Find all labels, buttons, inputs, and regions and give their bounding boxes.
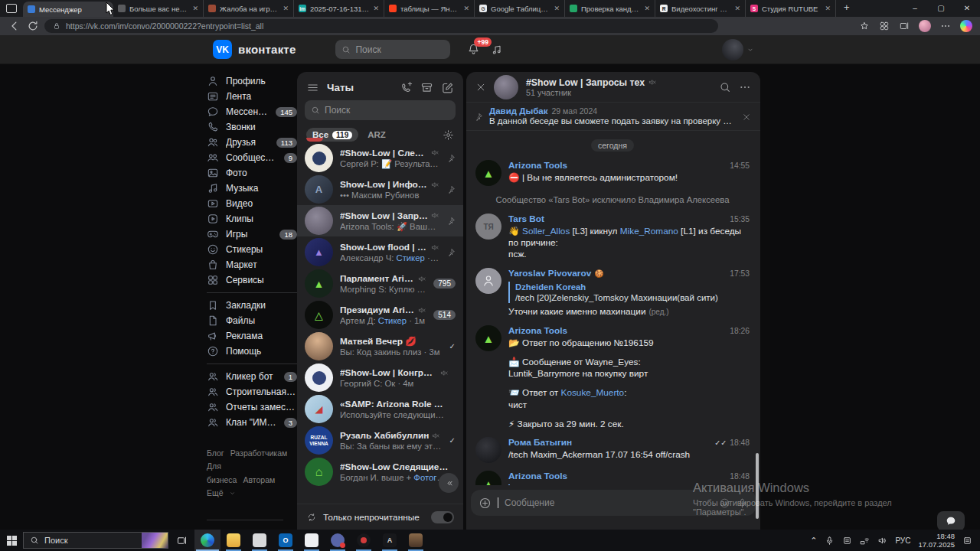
tray-mic-icon[interactable] xyxy=(825,536,835,546)
browser-tab[interactable]: таблицы — Яндекс на✕ xyxy=(384,0,475,17)
gear-icon[interactable] xyxy=(443,129,454,141)
taskbar-app-arizona[interactable]: A xyxy=(377,530,403,551)
chat-row[interactable]: Матвей Вечер 💋 Вы: Код закинь плиз · 3м … xyxy=(297,331,463,362)
sender-avatar[interactable]: ТЯ xyxy=(475,214,501,240)
browser-tab[interactable]: Жалоба на игрока Ma✕ xyxy=(204,0,294,17)
menu-burger-icon[interactable] xyxy=(306,81,319,94)
taskbar-app-recorder[interactable] xyxy=(351,530,377,551)
sidebar-item-feed[interactable]: Лента xyxy=(207,89,297,104)
sender-avatar[interactable] xyxy=(475,437,501,463)
search-in-chat-icon[interactable] xyxy=(719,81,731,93)
link-business[interactable]: Для бизнеса xyxy=(207,461,237,484)
filter-arz[interactable]: ARZ xyxy=(368,130,386,139)
chat-row[interactable]: ▲ Парламент Arizona Tools Morphing S: Ку… xyxy=(297,268,463,299)
start-button[interactable] xyxy=(0,536,23,546)
sidebar-item-music[interactable]: Музыка xyxy=(207,181,297,196)
sidebar-toggle-icon[interactable] xyxy=(899,21,910,31)
close-conversation-icon[interactable] xyxy=(475,82,486,93)
sidebar-item-messenger[interactable]: Мессенджер145 xyxy=(207,104,297,119)
tab-close-icon[interactable]: ✕ xyxy=(734,5,740,12)
support-chat-widget-button[interactable] xyxy=(937,511,965,531)
sidebar-item-communities[interactable]: Сообщества9 xyxy=(207,150,297,165)
more-options-icon[interactable] xyxy=(739,81,751,93)
sender-avatar[interactable]: ▲ xyxy=(475,325,501,351)
url-field[interactable]: https://vk.com/im/convo/2000000222?entry… xyxy=(44,19,718,33)
browser-account-icon[interactable] xyxy=(960,20,972,32)
browser-menu-icon[interactable] xyxy=(940,21,951,31)
archive-icon[interactable] xyxy=(420,81,433,94)
taskbar-app-discord[interactable] xyxy=(325,530,351,551)
extension-icon[interactable] xyxy=(879,21,890,31)
browser-tab[interactable]: Проверка кандидатов✕ xyxy=(565,0,655,17)
sidebar-chat-construction[interactable]: Строительная Ко... xyxy=(207,384,297,399)
link-more[interactable]: Ещё xyxy=(207,488,223,497)
vk-brand[interactable]: вконтакте xyxy=(238,43,296,56)
mention-link[interactable]: Kosuke_Muerto xyxy=(561,387,625,398)
sidebar-item-clips[interactable]: Клипы xyxy=(207,211,297,227)
link-authors[interactable]: Авторам xyxy=(243,475,275,484)
sidebar-item-calls[interactable]: Звонки xyxy=(207,119,297,135)
chat-row[interactable]: ◢ «SAMP: Arizona Role Play» — онла… Испо… xyxy=(297,393,463,425)
browser-tab-active[interactable]: Мессенджер xyxy=(23,2,113,17)
taskbar-app-edge[interactable] xyxy=(194,530,220,551)
task-view-button[interactable] xyxy=(168,530,194,551)
back-icon[interactable] xyxy=(8,19,21,33)
tab-close-icon[interactable]: ✕ xyxy=(373,5,379,12)
chat-row[interactable]: #Show-Low | Конгресс Георгий С: Ок · 4м xyxy=(297,362,463,393)
clock[interactable]: 18:4817.07.2025 xyxy=(918,532,955,549)
window-minimize-button[interactable]: – xyxy=(902,0,928,17)
tab-close-icon[interactable]: ✕ xyxy=(554,5,560,12)
sidebar-item-video[interactable]: Видео xyxy=(207,196,297,211)
tab-search-icon[interactable] xyxy=(6,4,17,13)
tab-close-icon[interactable]: ✕ xyxy=(192,5,198,12)
unread-only-switch[interactable] xyxy=(431,511,454,523)
sidebar-item-games[interactable]: Игры18 xyxy=(207,227,297,242)
sidebar-item-photos[interactable]: Фото xyxy=(207,165,297,181)
browser-tab[interactable]: GGoogle Таблицы онла✕ xyxy=(475,0,565,17)
reply-quote[interactable]: Dzheiden Koreah /tech [20]Zelenskiy_Toms… xyxy=(508,282,750,303)
link-developers[interactable]: Разработчикам xyxy=(230,448,288,458)
taskbar-app-game[interactable] xyxy=(403,530,429,551)
account-menu[interactable] xyxy=(722,39,754,60)
sidebar-chat-reports[interactable]: Отчеты заместите... xyxy=(207,399,297,415)
chat-row[interactable]: RUZALVIENNA Рузаль Хабибуллин Вы: За бан… xyxy=(297,425,463,456)
volume-icon[interactable] xyxy=(877,536,887,546)
sender-name[interactable]: Arizona Tools xyxy=(508,160,567,171)
chat-row[interactable]: △ Президиум Arizona Tools Артем Д: Стике… xyxy=(297,299,463,331)
sidebar-item-friends[interactable]: Друзья113 xyxy=(207,135,297,150)
new-tab-button[interactable]: + xyxy=(836,0,858,17)
new-call-icon[interactable] xyxy=(400,81,413,94)
sidebar-item-market[interactable]: Маркет xyxy=(207,257,297,272)
sidebar-item-ads[interactable]: Реклама xyxy=(207,328,297,344)
conversation-title[interactable]: #Show Low | Запросы тех xyxy=(526,77,645,88)
browser-tab[interactable]: im2025-07-16-131455 ho✕ xyxy=(294,0,384,17)
message-input[interactable]: Сообщение xyxy=(471,490,756,516)
chat-row[interactable]: #Show-Low | Следящие за гос… Сергей Р: 📝… xyxy=(297,142,463,174)
window-maximize-button[interactable]: ▢ xyxy=(928,0,954,17)
reply-quote[interactable]: Рома Батыгин /tech Maxim_Ackerman 17.07 … xyxy=(508,484,750,485)
sender-avatar[interactable] xyxy=(475,268,501,294)
sidebar-chat-clicker-bot[interactable]: Кликер бот1 xyxy=(207,369,297,384)
sidebar-item-stickers[interactable]: Стикеры xyxy=(207,242,297,257)
collapse-chat-list-button[interactable] xyxy=(439,473,459,493)
chat-search-input[interactable]: Поиск xyxy=(305,100,456,120)
sender-name[interactable]: Arizona Tools xyxy=(508,325,567,337)
link-blog[interactable]: Блог xyxy=(207,448,224,458)
attach-icon[interactable] xyxy=(479,497,492,510)
mic-icon[interactable] xyxy=(737,497,748,509)
vk-logo[interactable]: VK xyxy=(213,40,232,59)
chat-row[interactable]: A Show-Low | Информация ••• Максим Рубин… xyxy=(297,174,463,205)
sender-name[interactable]: Рома Батыгин xyxy=(508,437,572,448)
sidebar-item-bookmarks[interactable]: Закладки xyxy=(207,298,297,313)
notifications-button[interactable]: +99 xyxy=(467,43,480,56)
sender-name[interactable]: Yaroslav Pivovarov xyxy=(508,268,591,279)
mention-link[interactable]: Soller_Allos xyxy=(522,226,570,236)
mention-link[interactable]: Mike_Romano xyxy=(620,226,678,236)
reload-icon[interactable] xyxy=(26,19,40,33)
browser-tab[interactable]: SСтудия RUTUBE✕ xyxy=(746,0,836,17)
notification-center-icon[interactable] xyxy=(962,536,972,546)
browser-tab[interactable]: RВидеохостинг RUTUBE✕ xyxy=(655,0,746,17)
sidebar-chat-clan[interactable]: Клан "ИМПЕР..."3 xyxy=(207,415,297,430)
browser-tab[interactable]: Больше вас не брошу✕ xyxy=(113,0,204,17)
tab-close-icon[interactable]: ✕ xyxy=(644,5,650,12)
